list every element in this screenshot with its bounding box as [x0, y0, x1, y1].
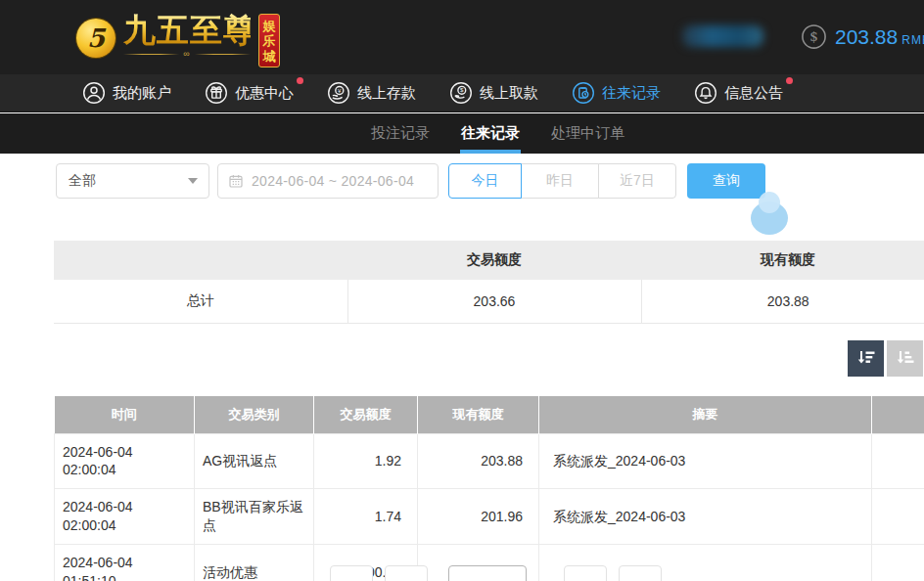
cell-note: [872, 433, 924, 489]
brand-logo[interactable]: 5 九五至尊 ∞ 娱乐城: [76, 13, 280, 67]
nav-item-promotions[interactable]: 优惠中心: [205, 81, 294, 105]
sort-ascending-button[interactable]: [887, 340, 923, 377]
dollar-circle-icon: $: [801, 23, 827, 50]
svg-text:$: $: [809, 28, 818, 44]
nav-item-label: 优惠中心: [235, 84, 294, 103]
type-select[interactable]: 全部: [56, 163, 209, 199]
nav-item-label: 我的账户: [113, 84, 171, 103]
quick-date-group: 今日 昨日 近7日: [448, 163, 676, 199]
main-nav: 我的账户 优惠中心 ¥ 线上存款 $ 线上取款: [0, 74, 924, 112]
transactions-table: 时间 交易类别 交易额度 现有额度 摘要 备注 2024-06-04 02:00…: [54, 396, 924, 581]
search-button[interactable]: 查询: [687, 163, 765, 199]
tab-transaction-records[interactable]: 往来记录: [460, 113, 521, 154]
cell-note: [872, 489, 924, 545]
tab-pending-orders[interactable]: 处理中订单: [550, 113, 625, 154]
sort-buttons: [848, 340, 923, 377]
calendar-icon: [228, 173, 244, 189]
deposit-icon: ¥: [327, 81, 350, 105]
cell-category: AG视讯返点: [195, 433, 314, 489]
user-icon: [82, 81, 106, 105]
nav-item-withdraw[interactable]: $ 线上取款: [449, 81, 538, 105]
top-header: 5 九五至尊 ∞ 娱乐城 $ 203.88 RMB: [0, 0, 924, 74]
today-button[interactable]: 今日: [448, 163, 522, 199]
pagination: [0, 565, 924, 581]
cell-balance: 203.88: [418, 433, 539, 489]
page-prev-button[interactable]: [385, 565, 428, 581]
page-last-button[interactable]: [619, 565, 662, 581]
summary-header-trade: 交易额度: [347, 241, 641, 280]
tab-bet-records[interactable]: 投注记录: [370, 113, 431, 154]
record-tabs: 投注记录 往来记录 处理中订单: [0, 113, 924, 154]
table-row: 2024-06-04 02:00:04 AG视讯返点 1.92 203.88 系…: [55, 433, 924, 489]
nav-item-my-account[interactable]: 我的账户: [82, 81, 171, 105]
table-row: 2024-06-04 02:00:04 BB视讯百家乐返点 1.74 201.9…: [55, 489, 924, 545]
nav-item-announcements[interactable]: 信息公告: [694, 81, 783, 105]
brand-badge: 娱乐城: [258, 14, 280, 67]
cell-time: 2024-06-04 02:00:04: [55, 489, 195, 545]
balance-currency: RMB: [901, 27, 924, 47]
col-header-note: 备注: [872, 396, 924, 433]
type-select-value: 全部: [69, 172, 96, 190]
bell-icon: [694, 81, 717, 105]
summary-total-row: 总计 203.66 203.88: [54, 280, 924, 323]
sort-descending-icon: [855, 348, 877, 370]
balance-display[interactable]: $ 203.88 RMB: [801, 23, 924, 50]
withdraw-icon: $: [449, 81, 473, 105]
yesterday-button[interactable]: 昨日: [521, 163, 599, 199]
nav-item-label: 线上存款: [357, 84, 416, 103]
sort-ascending-icon: [895, 348, 916, 370]
page-current-button[interactable]: [448, 565, 527, 581]
cell-summary: 系统派发_2024-06-03: [539, 433, 872, 489]
cell-summary: 系统派发_2024-06-03: [539, 489, 872, 545]
brand-title: 九五至尊: [123, 13, 251, 48]
summary-header-balance: 现有额度: [641, 241, 924, 280]
records-icon: [572, 81, 595, 105]
brand-flourish: ∞: [123, 49, 251, 59]
summary-table: 交易额度 现有额度 总计 203.66 203.88: [54, 241, 924, 324]
sort-descending-button[interactable]: [848, 340, 884, 377]
col-header-summary: 摘要: [539, 396, 872, 433]
cell-balance: 201.96: [418, 489, 539, 545]
cell-trade: 1.92: [314, 433, 418, 489]
balance-amount: 203.88: [835, 25, 898, 49]
last-7-days-button[interactable]: 近7日: [598, 163, 676, 199]
nav-item-label: 信息公告: [724, 84, 783, 103]
col-header-category: 交易类别: [195, 396, 314, 433]
chevron-down-icon: [188, 178, 198, 184]
cell-category: BB视讯百家乐返点: [195, 489, 314, 545]
cell-trade: 1.74: [314, 489, 418, 545]
filter-row: 全部 2024-06-04 ~ 2024-06-04 今日 昨日 近7日 查询: [56, 163, 765, 199]
table-header-row: 时间 交易类别 交易额度 现有额度 摘要 备注: [55, 396, 924, 433]
page-next-button[interactable]: [564, 565, 607, 581]
notification-dot: [786, 77, 793, 84]
nav-item-transactions[interactable]: 往来记录: [572, 81, 661, 105]
username-redacted: [682, 25, 763, 47]
svg-text:$: $: [460, 86, 464, 93]
date-range-value: 2024-06-04 ~ 2024-06-04: [252, 173, 414, 189]
col-header-time: 时间: [55, 396, 195, 433]
nav-item-label: 线上取款: [480, 84, 538, 103]
summary-total-label: 总计: [54, 280, 347, 323]
brand-logo-icon: 5: [76, 19, 116, 58]
nav-item-deposit[interactable]: ¥ 线上存款: [327, 81, 416, 105]
summary-total-trade: 203.66: [347, 280, 641, 323]
col-header-trade: 交易额度: [314, 396, 418, 433]
summary-total-balance: 203.88: [641, 280, 924, 323]
page-first-button[interactable]: [330, 565, 373, 581]
date-range-input[interactable]: 2024-06-04 ~ 2024-06-04: [217, 163, 439, 199]
svg-text:¥: ¥: [338, 87, 342, 94]
cell-time: 2024-06-04 02:00:04: [55, 433, 195, 489]
summary-header-empty: [54, 241, 347, 280]
notification-dot: [297, 77, 303, 84]
content-area: 全部 2024-06-04 ~ 2024-06-04 今日 昨日 近7日 查询 …: [0, 154, 924, 581]
col-header-balance: 现有额度: [418, 396, 539, 433]
nav-item-label: 往来记录: [602, 84, 661, 103]
gift-icon: [205, 81, 228, 105]
